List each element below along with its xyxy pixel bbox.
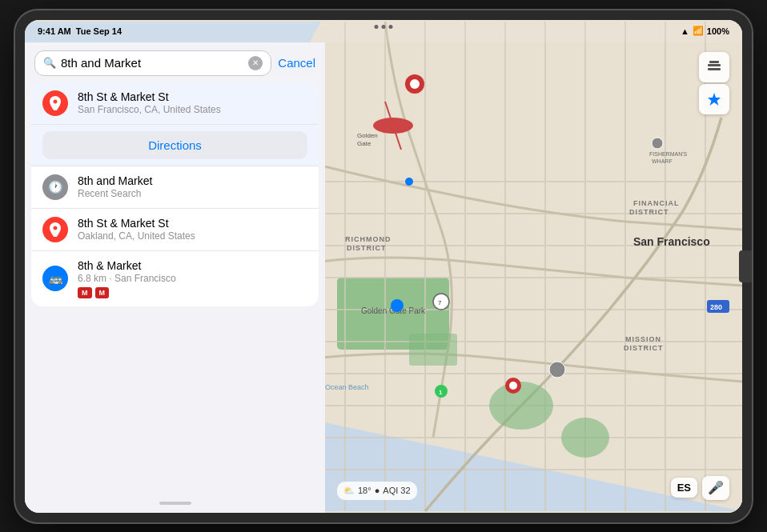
svg-point-44 <box>509 382 517 390</box>
scroll-indicator <box>159 502 191 505</box>
result-info-4: 8th & Market 6.8 km · San Francisco M M <box>78 259 307 298</box>
result-title-4: 8th & Market <box>78 259 307 272</box>
svg-rect-55 <box>708 64 721 66</box>
directions-btn-wrap: Directions <box>31 125 319 166</box>
result-item-4[interactable]: 🚌 8th & Market 6.8 km · San Francisco M … <box>31 251 319 306</box>
result-title-2: 8th and Market <box>78 174 307 187</box>
svg-point-52 <box>652 138 663 149</box>
svg-point-39 <box>405 178 413 186</box>
svg-rect-57 <box>709 61 719 63</box>
results-list: 8th St & Market St San Francisco, CA, Un… <box>31 82 319 306</box>
result-item-3[interactable]: 8th St & Market St Oakland, CA, United S… <box>31 209 319 251</box>
result-subtitle-2: Recent Search <box>78 188 307 199</box>
aqi-value: AQI 32 <box>383 486 410 495</box>
svg-point-23 <box>489 382 553 430</box>
map-controls <box>699 52 729 114</box>
search-input[interactable]: 8th and Market <box>61 56 243 70</box>
svg-text:WHARF: WHARF <box>652 158 673 164</box>
svg-text:DISTRICT: DISTRICT <box>624 344 664 352</box>
svg-point-24 <box>561 418 609 458</box>
search-clear-button[interactable]: ✕ <box>248 56 263 70</box>
language-label: ES <box>677 482 691 494</box>
result-item-2[interactable]: 🕐 8th and Market Recent Search <box>31 166 319 209</box>
weather-icon: ⛅ <box>343 486 355 496</box>
result-info-3: 8th St & Market St Oakland, CA, United S… <box>78 217 307 242</box>
microphone-button[interactable]: 🎤 <box>702 476 729 500</box>
location-icon-red-2 <box>42 217 68 242</box>
date: Tue Sep 14 <box>76 26 122 36</box>
svg-text:FINANCIAL: FINANCIAL <box>633 199 680 207</box>
bottom-right-controls: ES 🎤 <box>671 476 729 500</box>
clock-icon: 🕐 <box>42 174 68 200</box>
svg-rect-25 <box>409 334 457 366</box>
result-info-2: 8th and Market Recent Search <box>78 174 307 199</box>
temperature: 18° <box>358 486 371 495</box>
svg-text:DISTRICT: DISTRICT <box>347 244 387 252</box>
cancel-button[interactable]: Cancel <box>278 56 315 70</box>
weather-widget: ⛅ 18° ● AQI 32 <box>337 482 417 500</box>
svg-text:DISTRICT: DISTRICT <box>629 208 669 216</box>
svg-text:Gate: Gate <box>357 140 371 147</box>
location-icon-red <box>42 90 68 116</box>
signal-icon: ▲ <box>681 26 689 36</box>
mic-icon: 🎤 <box>708 480 724 495</box>
status-right: ▲ 📶 100% <box>681 26 729 36</box>
svg-text:FISHERMAN'S: FISHERMAN'S <box>649 151 688 157</box>
svg-point-45 <box>549 362 565 378</box>
result-subtitle-1: San Francisco, CA, United States <box>78 104 307 115</box>
transit-badge-2: M <box>95 287 110 298</box>
search-panel: 🔍 8th and Market ✕ Cancel 8th St & M <box>25 42 325 513</box>
svg-text:1: 1 <box>439 389 443 396</box>
svg-text:Golden: Golden <box>357 132 378 139</box>
camera-dots <box>375 25 393 29</box>
home-button[interactable] <box>739 250 752 282</box>
language-button[interactable]: ES <box>671 478 697 498</box>
result-item-1[interactable]: 8th St & Market St San Francisco, CA, Un… <box>31 82 319 125</box>
battery: 100% <box>707 26 729 36</box>
svg-text:280: 280 <box>710 303 722 311</box>
status-left: 9:41 AM Tue Sep 14 <box>38 26 122 36</box>
result-subtitle-4: 6.8 km · San Francisco <box>78 273 307 284</box>
result-info-1: 8th St & Market St San Francisco, CA, Un… <box>78 90 307 115</box>
svg-text:San Francisco: San Francisco <box>633 235 710 248</box>
result-title-3: 8th St & Market St <box>78 217 307 230</box>
svg-text:7: 7 <box>438 299 442 306</box>
transit-icons: M M <box>78 287 307 298</box>
search-icon: 🔍 <box>43 57 56 69</box>
result-subtitle-3: Oakland, CA, United States <box>78 230 307 242</box>
svg-text:Ocean Beach: Ocean Beach <box>325 383 369 391</box>
svg-point-40 <box>391 299 404 312</box>
svg-text:MISSION: MISSION <box>625 335 661 343</box>
svg-rect-56 <box>708 68 721 70</box>
directions-button[interactable]: Directions <box>42 131 307 159</box>
location-button[interactable] <box>699 84 729 114</box>
ipad-screen: 9:41 AM Tue Sep 14 ▲ 📶 100% <box>25 20 742 513</box>
svg-point-38 <box>410 79 420 89</box>
svg-text:RICHMOND: RICHMOND <box>345 235 392 243</box>
aqi-label: ● <box>375 486 380 495</box>
status-bar: 9:41 AM Tue Sep 14 ▲ 📶 100% <box>25 20 742 42</box>
time: 9:41 AM <box>38 26 71 36</box>
search-box[interactable]: 🔍 8th and Market ✕ <box>34 50 271 76</box>
transit-badge-1: M <box>78 287 92 298</box>
wifi-icon: 📶 <box>693 26 704 36</box>
search-bar-row: 🔍 8th and Market ✕ Cancel <box>25 42 325 82</box>
layers-button[interactable] <box>699 52 729 82</box>
transit-icon: 🚌 <box>42 266 68 291</box>
ipad-frame: 9:41 AM Tue Sep 14 ▲ 📶 100% <box>15 10 752 522</box>
result-title-1: 8th St & Market St <box>78 90 307 103</box>
